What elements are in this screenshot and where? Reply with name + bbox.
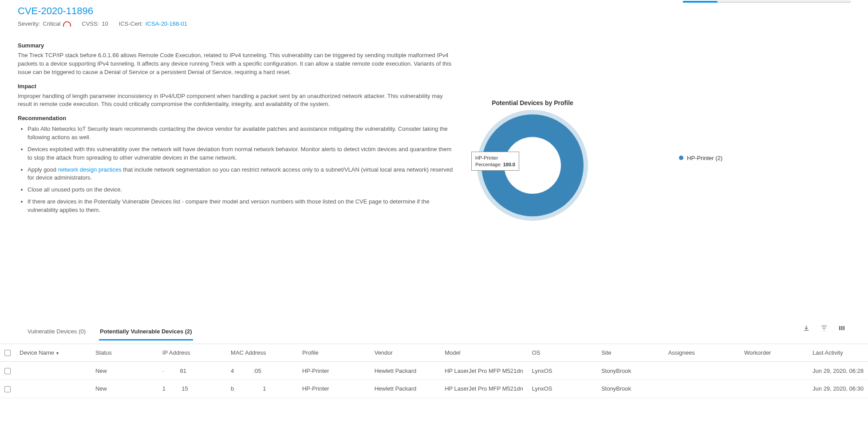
tooltip-series-name: HP-Printer (475, 155, 515, 161)
row-checkbox[interactable] (4, 368, 11, 374)
col-last-activity[interactable]: Last Activity (808, 344, 868, 362)
recommendation-item: Palo Alto Networks IoT Security team rec… (28, 125, 457, 142)
filter-icon[interactable] (820, 324, 828, 332)
top-search-field[interactable] (717, 1, 850, 3)
donut-tooltip: HP-Printer Percentage: 100.0 (471, 152, 519, 171)
col-profile[interactable]: Profile (298, 344, 370, 362)
tab-vulnerable-devices[interactable]: Vulnerable Devices (0) (27, 325, 87, 340)
impact-heading: Impact (18, 83, 457, 90)
summary-heading: Summary (18, 42, 457, 49)
svg-rect-2 (843, 326, 844, 330)
impact-text: Improper handling of length parameter in… (18, 92, 457, 109)
col-workorder[interactable]: Workorder (740, 344, 808, 362)
recommendation-item: Close all unused ports on the device. (28, 186, 457, 194)
donut-title: Potential Devices by Profile (475, 99, 590, 106)
ics-cert-meta: ICS-Cert: ICSA-20-168-01 (119, 20, 187, 27)
severity-value: Critical (43, 20, 61, 27)
ics-cert-label: ICS-Cert: (119, 20, 143, 27)
severity-meta: Severity: Critical (18, 20, 71, 27)
select-all-checkbox[interactable] (4, 350, 11, 356)
col-device-name[interactable]: Device Name▼ (15, 344, 91, 362)
ics-cert-link[interactable]: ICSA-20-168-01 (146, 20, 187, 27)
recommendation-item: Devices exploited with this vulnerabilit… (28, 145, 457, 162)
summary-text: The Treck TCP/IP stack before 6.0.1.66 a… (18, 51, 457, 77)
cve-id-title[interactable]: CVE-2020-11896 (18, 5, 850, 17)
donut-legend-item[interactable]: HP-Printer (2) (679, 155, 722, 161)
recommendation-heading: Recommendation (18, 115, 457, 121)
gauge-critical-icon (63, 21, 71, 27)
cvss-label: CVSS: (82, 20, 99, 27)
col-status[interactable]: Status (91, 344, 158, 362)
columns-icon[interactable] (838, 324, 846, 332)
col-model[interactable]: Model (440, 344, 528, 362)
cve-meta-row: Severity: Critical CVSS: 10 ICS-Cert: IC… (18, 20, 850, 27)
tooltip-pct-value: 100.0 (503, 162, 515, 167)
donut-chart: Potential Devices by Profile HP-Printer … (475, 99, 590, 216)
top-action-button[interactable] (683, 1, 718, 3)
table-row[interactable]: New · 81 4 :05 HP-Printer Hewlett Packar… (0, 362, 868, 380)
devices-table: Device Name▼ Status IP Address MAC Addre… (0, 344, 868, 398)
row-checkbox[interactable] (4, 386, 11, 392)
network-design-practices-link[interactable]: network design practices (58, 166, 122, 173)
cvss-value: 10 (102, 20, 108, 27)
legend-dot-icon (679, 156, 683, 160)
col-assignees[interactable]: Assignees (664, 344, 740, 362)
recommendation-item: Apply good network design practices that… (28, 166, 457, 183)
download-icon[interactable] (802, 324, 810, 332)
col-ip-address[interactable]: IP Address (158, 344, 226, 362)
severity-label: Severity: (18, 20, 40, 27)
col-os[interactable]: OS (528, 344, 597, 362)
tab-potentially-vulnerable-devices[interactable]: Potentially Vulnerable Devices (2) (99, 325, 193, 340)
recommendation-list: Palo Alto Networks IoT Security team rec… (18, 125, 457, 215)
table-row[interactable]: New 1 15 b 1 HP-Printer Hewlett Packard … (0, 379, 868, 398)
tooltip-pct-label: Percentage: (475, 162, 501, 167)
legend-label: HP-Printer (2) (687, 155, 722, 161)
svg-rect-0 (839, 326, 840, 330)
col-mac-address[interactable]: MAC Address (226, 344, 298, 362)
col-vendor[interactable]: Vendor (370, 344, 440, 362)
col-site[interactable]: Site (597, 344, 664, 362)
recommendation-item: If there are devices in the Potentially … (28, 198, 457, 215)
sort-desc-icon: ▼ (55, 351, 59, 356)
cvss-meta: CVSS: 10 (82, 20, 108, 27)
svg-rect-1 (841, 326, 843, 330)
